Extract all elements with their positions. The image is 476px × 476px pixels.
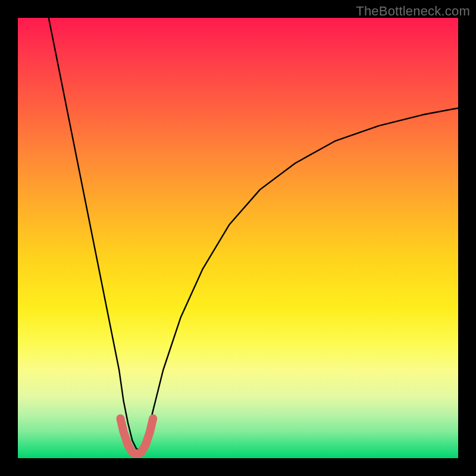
plot-area (18, 18, 458, 458)
chart-frame: TheBottleneck.com (0, 0, 476, 476)
watermark-text: TheBottleneck.com (356, 4, 470, 19)
curve-svg (18, 18, 458, 458)
bottleneck-curve (49, 18, 458, 449)
